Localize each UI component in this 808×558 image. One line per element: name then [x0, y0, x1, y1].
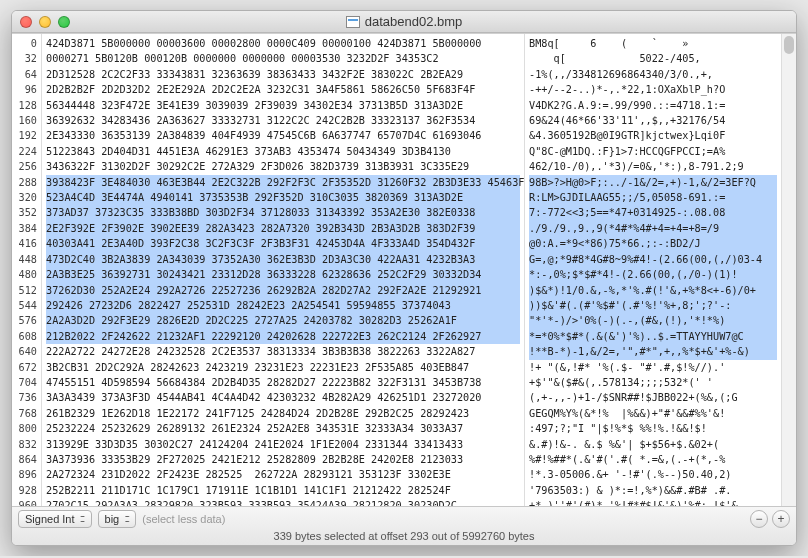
- ascii-row[interactable]: '7963503:) & )*:=!,%*)&&#.#B# .#.: [529, 483, 777, 498]
- hex-row[interactable]: 56344448 323F472E 3E41E39 3039039 2F3903…: [46, 98, 520, 113]
- offset-label: 960: [12, 498, 37, 506]
- hex-row[interactable]: 212B2022 2F242622 21232AF1 22292120 2420…: [46, 329, 520, 344]
- hex-row[interactable]: 292426 27232D6 2822427 252531D 28242E23 …: [46, 298, 520, 313]
- ascii-row[interactable]: BM8q[ 6 ( ` »: [529, 36, 777, 51]
- ascii-row[interactable]: *=*0%*$#*(.&(&')'%)..$.=TTAYYHUW7@C: [529, 329, 777, 344]
- offset-label: 288: [12, 175, 37, 190]
- offset-label: 896: [12, 467, 37, 482]
- offset-label: 832: [12, 437, 37, 452]
- ascii-row[interactable]: *:-,0%;$*$#*4!-(2.66(00,(,/0-)(1)!: [529, 267, 777, 282]
- ascii-row[interactable]: (,+-,,-)+1-/$SNR##!$JBB022+(%&,(;G: [529, 390, 777, 405]
- ascii-row[interactable]: ./9./9.,9.,9(*4#*%4#+4=+4=+8=/9: [529, 221, 777, 236]
- hex-row[interactable]: 40303A41 2E3A40D 393F2C38 3C2F3C3F 2F3B3…: [46, 236, 520, 251]
- offset-label: 64: [12, 67, 37, 82]
- footer-controls: Signed Int big (select less data) − +: [18, 510, 790, 528]
- hex-row[interactable]: 3436322F 31302D2F 30292C2E 272A329 2F3D0…: [46, 159, 520, 174]
- hex-row[interactable]: 222A2722 24272E28 24232528 2C2E3537 3831…: [46, 344, 520, 359]
- ascii-row[interactable]: &.#)!&-. &.$ %&'| $+$56+$.&02+(: [529, 437, 777, 452]
- hex-row[interactable]: 261B2329 1E262D18 1E22172 241F7125 24284…: [46, 406, 520, 421]
- ascii-row[interactable]: q[ 5022-/405,: [529, 51, 777, 66]
- ascii-row[interactable]: 7:-772<<3;5==*47+0314925-:.08.08: [529, 205, 777, 220]
- ascii-row[interactable]: !*.3-05006.&+ '-!#'(.%--)50.40,2): [529, 467, 777, 482]
- titlebar[interactable]: databend02.bmp: [12, 11, 796, 33]
- offset-label: 96: [12, 82, 37, 97]
- hex-row[interactable]: 2A3B3E25 36392731 30243421 23312D28 3633…: [46, 267, 520, 282]
- hex-row[interactable]: 373AD37 37323C35 333B38BD 303D2F34 37128…: [46, 205, 520, 220]
- offset-label: 0: [12, 36, 37, 51]
- format-select[interactable]: Signed Int: [18, 510, 92, 528]
- ascii-row[interactable]: @0:A.=*9<*86)75*66.;:-:BD2/J: [529, 236, 777, 251]
- offset-label: 512: [12, 283, 37, 298]
- endian-select[interactable]: big: [98, 510, 137, 528]
- ascii-row[interactable]: %#!%##*(.&'#('.#( *.=&,(.-+(*,-%: [529, 452, 777, 467]
- hex-row[interactable]: 313929E 33D3D35 30302C27 24124204 241E20…: [46, 437, 520, 452]
- ascii-row[interactable]: R:LM>GJDILAAG55;;/5,05058-691.:=: [529, 190, 777, 205]
- hex-row[interactable]: 2702C15 292A3A3 28329820 323B593 333B593…: [46, 498, 520, 506]
- hex-pane[interactable]: 424D3871 5B000000 00003600 00002800 0000…: [42, 34, 525, 506]
- offset-label: 864: [12, 452, 37, 467]
- offset-label: 672: [12, 360, 37, 375]
- ascii-row[interactable]: !**B-*)-1,&/2=,'",#*",+,,%*$+&'+%-&): [529, 344, 777, 359]
- zoom-button[interactable]: [58, 16, 70, 28]
- ascii-row[interactable]: "*'*-)/>'0%(-)(.-,(#&,(!),'*!*%): [529, 313, 777, 328]
- hex-row[interactable]: 2A2A3D2D 292F3E29 2826E2D 2D2C225 2727A2…: [46, 313, 520, 328]
- hex-row[interactable]: 252B2211 211D171C 1C179C1 171911E 1C1B1D…: [46, 483, 520, 498]
- offset-gutter: 0326496128160192224256288320352384416448…: [12, 34, 42, 506]
- hex-row[interactable]: 25232224 25232629 26289132 261E2324 252A…: [46, 421, 520, 436]
- offset-label: 352: [12, 205, 37, 220]
- hex-row[interactable]: 3A3A3439 373A3F3D 4544AB41 4C4A4D42 4230…: [46, 390, 520, 405]
- ascii-row[interactable]: 98B>?>H@0>F;:../-1&/2=,+)-1,&/2=3EF?Q: [529, 175, 777, 190]
- ascii-row[interactable]: 462/10-/0),.'*3)/=0&,'*:),8-791.2;9: [529, 159, 777, 174]
- hex-row[interactable]: 2E2F392E 2F3902E 3902EE39 282A3423 282A7…: [46, 221, 520, 236]
- ascii-row[interactable]: -++/--2-..)*-,.*22,1:OXaXblP_h?O: [529, 82, 777, 97]
- hex-row[interactable]: 2A272324 231D2022 2F2423E 282525 262722A…: [46, 467, 520, 482]
- traffic-lights: [20, 16, 70, 28]
- hex-row[interactable]: 523A4C4D 3E4474A 4940141 3735353B 292F35…: [46, 190, 520, 205]
- offset-label: 128: [12, 98, 37, 113]
- ascii-row[interactable]: 69&24(46*66'33'11',,$,,+32176/54: [529, 113, 777, 128]
- hex-row[interactable]: 3A373936 33353B29 2F272025 2421E212 2528…: [46, 452, 520, 467]
- status-bar: 339 bytes selected at offset 293 out of …: [18, 530, 790, 542]
- hex-row[interactable]: 36392632 34283436 2A363627 33332731 3122…: [46, 113, 520, 128]
- hex-row[interactable]: 0000271 5B0120B 000120B 0000000 0000000 …: [46, 51, 520, 66]
- ascii-row[interactable]: :497;?;"I "|$!%*$ %%!%.!&&!$!: [529, 421, 777, 436]
- ascii-row[interactable]: )$&*)!1/0.&,-%,*'%.#(!'&,+%*8<+-6)/0+: [529, 283, 777, 298]
- ascii-row[interactable]: +*,)''#'(#)*,'%!#*#$!&'&)'%#: !$'&: [529, 498, 777, 506]
- ascii-row[interactable]: !+ "(&,!#* '%(.$- "#'.#,$!%//).': [529, 360, 777, 375]
- hex-row[interactable]: 3B2CB31 2D2C292A 28242623 2423219 23231E…: [46, 360, 520, 375]
- hex-row[interactable]: 3938423F 3E484030 463E3B44 2E2C322B 292F…: [46, 175, 520, 190]
- close-button[interactable]: [20, 16, 32, 28]
- offset-label: 608: [12, 329, 37, 344]
- ascii-row[interactable]: Q"8C-@M1DQ.:F}1>7:HCCQGFPCCI;=A%: [529, 144, 777, 159]
- ascii-pane[interactable]: BM8q[ 6 ( ` » q[ 5022-/405,-1%(,,/334812…: [525, 34, 781, 506]
- ascii-row[interactable]: G=,@;*9#8*4G#8~9%#4!-(2.66(00,(,/)03-4: [529, 252, 777, 267]
- vertical-scrollbar[interactable]: [781, 34, 796, 506]
- offset-label: 32: [12, 51, 37, 66]
- zoom-out-button[interactable]: −: [750, 510, 768, 528]
- hex-row[interactable]: 2D2B2B2F 2D2D32D2 2E2E292A 2D2C2E2A 3232…: [46, 82, 520, 97]
- ascii-row[interactable]: &4.3605192B@0I9GTR]kjctwex}Lqi0F: [529, 128, 777, 143]
- hex-row[interactable]: 47455151 4D598594 56684384 2D2B4D35 2828…: [46, 375, 520, 390]
- ascii-row[interactable]: V4DK2?G.A.9:=.99/990.::=4718.1:=: [529, 98, 777, 113]
- hex-editor-window: databend02.bmp 0326496128160192224256288…: [11, 10, 797, 546]
- hex-row[interactable]: 424D3871 5B000000 00003600 00002800 0000…: [46, 36, 520, 51]
- minimize-button[interactable]: [39, 16, 51, 28]
- scrollbar-thumb[interactable]: [784, 36, 794, 54]
- offset-label: 384: [12, 221, 37, 236]
- hex-row[interactable]: 37262D30 252A2E24 292A2726 22527236 2629…: [46, 283, 520, 298]
- offset-label: 448: [12, 252, 37, 267]
- ascii-row[interactable]: -1%(,,/334812696864340/3/0.,+,: [529, 67, 777, 82]
- hex-row[interactable]: 51223843 2D404D31 4451E3A 46291E3 373AB3…: [46, 144, 520, 159]
- footer: Signed Int big (select less data) − + 33…: [12, 506, 796, 545]
- offset-label: 160: [12, 113, 37, 128]
- offset-label: 192: [12, 128, 37, 143]
- hex-row[interactable]: 2D312528 2C2C2F33 33343831 32363639 3836…: [46, 67, 520, 82]
- offset-label: 224: [12, 144, 37, 159]
- hex-row[interactable]: 2E343330 36353139 2A384839 404F4939 4754…: [46, 128, 520, 143]
- ascii-row[interactable]: GEGQM%Y%(&*!% |%&&)+"#'&&#%%'&!: [529, 406, 777, 421]
- hex-row[interactable]: 473D2C40 3B2A3839 2A343039 37352A30 362E…: [46, 252, 520, 267]
- ascii-row[interactable]: ))$&'#(.(#'%$#'(.#'%!'%+,8;';?'-:: [529, 298, 777, 313]
- ascii-row[interactable]: +$'"&($#&(,.578134;;;;532*(' ': [529, 375, 777, 390]
- zoom-in-button[interactable]: +: [772, 510, 790, 528]
- offset-label: 320: [12, 190, 37, 205]
